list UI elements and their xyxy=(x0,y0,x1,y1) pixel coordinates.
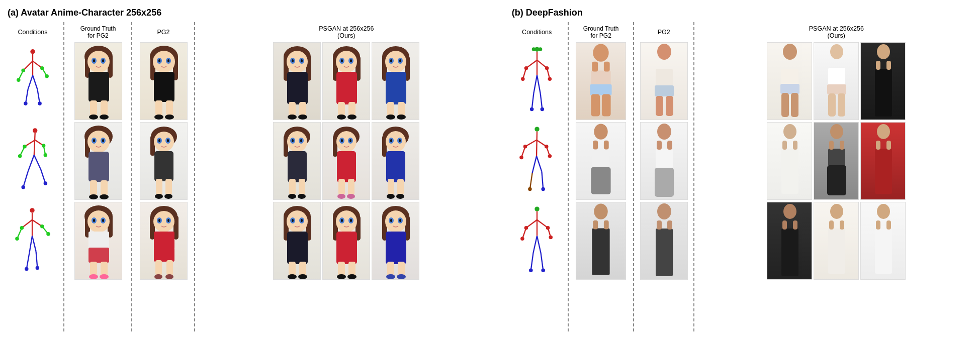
svg-point-267 xyxy=(548,154,552,158)
divider-2-right xyxy=(633,22,635,331)
svg-point-290 xyxy=(593,44,608,62)
left-psgan-r3-c1 xyxy=(273,202,321,280)
svg-rect-69 xyxy=(90,180,97,195)
svg-line-12 xyxy=(26,89,28,103)
svg-point-289 xyxy=(541,268,545,272)
panel-spacer xyxy=(497,5,507,334)
svg-rect-101 xyxy=(150,136,155,156)
svg-rect-123 xyxy=(166,260,173,275)
left-psgan-row-2 xyxy=(273,122,419,200)
left-conditions-col: Conditions xyxy=(5,22,60,331)
svg-point-164 xyxy=(397,115,406,120)
right-psgan-r3-c1 xyxy=(767,202,812,280)
right-pg2-img-3 xyxy=(640,202,688,280)
svg-point-283 xyxy=(549,236,553,240)
svg-point-14 xyxy=(24,101,28,105)
svg-point-330 xyxy=(877,44,890,59)
svg-point-94 xyxy=(167,59,169,62)
svg-point-15 xyxy=(38,101,42,105)
svg-point-351 xyxy=(830,204,843,219)
left-gt-img-2 xyxy=(74,122,122,200)
right-psgan-r3-c3 xyxy=(860,202,906,280)
left-pg2-img-2 xyxy=(140,122,188,200)
left-panel: (a) Avatar Anime-Character 256x256 Condi… xyxy=(3,5,497,334)
svg-point-55 xyxy=(102,59,104,62)
svg-rect-222 xyxy=(336,232,357,264)
svg-rect-223 xyxy=(338,262,345,276)
svg-point-72 xyxy=(100,194,109,199)
svg-rect-335 xyxy=(781,149,798,194)
svg-rect-331 xyxy=(875,69,892,117)
right-psgan-r2-c3 xyxy=(860,122,906,200)
divider-3-right xyxy=(693,22,695,331)
svg-point-194 xyxy=(390,139,392,142)
svg-point-258 xyxy=(534,127,539,131)
svg-point-21 xyxy=(18,154,22,158)
right-psgan-r1-c1 xyxy=(767,42,812,120)
svg-point-355 xyxy=(877,204,890,219)
left-conditions-images xyxy=(10,42,55,280)
svg-rect-186 xyxy=(348,179,354,195)
svg-point-242 xyxy=(538,47,542,51)
svg-rect-294 xyxy=(602,94,611,116)
svg-line-29 xyxy=(41,169,45,183)
svg-point-238 xyxy=(386,274,395,279)
left-pg2-images xyxy=(140,42,188,280)
svg-rect-309 xyxy=(656,96,663,116)
svg-rect-308 xyxy=(655,85,674,96)
left-psgan-r3-c3 xyxy=(372,202,419,280)
left-gt-img-3 xyxy=(74,202,122,280)
svg-rect-327 xyxy=(827,84,846,94)
right-psgan-header: PSGAN at 256x256 (Ours) xyxy=(809,22,864,42)
svg-point-297 xyxy=(594,124,607,140)
right-psgan-r1-c2 xyxy=(814,42,859,120)
right-psgan-row-3 xyxy=(767,202,906,280)
svg-point-176 xyxy=(298,194,306,199)
svg-rect-96 xyxy=(155,100,162,116)
svg-rect-332 xyxy=(876,61,880,70)
svg-rect-68 xyxy=(88,152,109,182)
svg-point-272 xyxy=(528,187,532,191)
svg-point-225 xyxy=(337,274,346,279)
left-gt-col: Ground Truth for PG2 xyxy=(68,22,128,331)
svg-rect-300 xyxy=(593,141,598,150)
left-psgan-header: PSGAN at 256x256 (Ours) xyxy=(319,22,374,42)
svg-rect-341 xyxy=(829,141,834,150)
left-psgan-r1-c3 xyxy=(372,42,419,120)
svg-rect-149 xyxy=(348,102,355,116)
svg-point-195 xyxy=(399,139,401,142)
svg-point-257 xyxy=(540,107,544,111)
svg-point-66 xyxy=(93,139,95,142)
svg-point-170 xyxy=(292,139,294,142)
svg-line-10 xyxy=(28,75,33,89)
left-pg2-col: PG2 xyxy=(136,22,191,331)
svg-point-71 xyxy=(89,194,98,199)
svg-point-138 xyxy=(298,115,307,120)
svg-rect-336 xyxy=(782,141,787,150)
svg-line-42 xyxy=(29,236,32,253)
svg-point-230 xyxy=(385,210,406,233)
svg-point-171 xyxy=(300,139,302,142)
svg-line-34 xyxy=(22,220,32,228)
svg-rect-198 xyxy=(397,179,404,195)
left-conditions-header: Conditions xyxy=(18,22,47,42)
svg-point-256 xyxy=(530,107,534,111)
svg-point-217 xyxy=(336,210,357,233)
svg-rect-224 xyxy=(348,262,355,276)
svg-line-284 xyxy=(533,236,537,253)
right-pg2-img-2 xyxy=(640,122,688,200)
svg-rect-326 xyxy=(828,68,845,85)
svg-rect-81 xyxy=(88,232,109,249)
svg-point-46 xyxy=(25,267,29,271)
svg-point-279 xyxy=(520,237,524,241)
svg-rect-174 xyxy=(299,179,305,195)
left-psgan-r2-c3 xyxy=(372,122,419,200)
svg-point-67 xyxy=(102,139,104,142)
svg-point-208 xyxy=(301,219,303,222)
svg-line-2 xyxy=(23,61,33,71)
svg-line-271 xyxy=(542,172,543,189)
svg-rect-148 xyxy=(338,102,345,116)
svg-rect-292 xyxy=(590,84,612,95)
svg-line-259 xyxy=(537,132,537,156)
svg-rect-307 xyxy=(656,69,673,86)
